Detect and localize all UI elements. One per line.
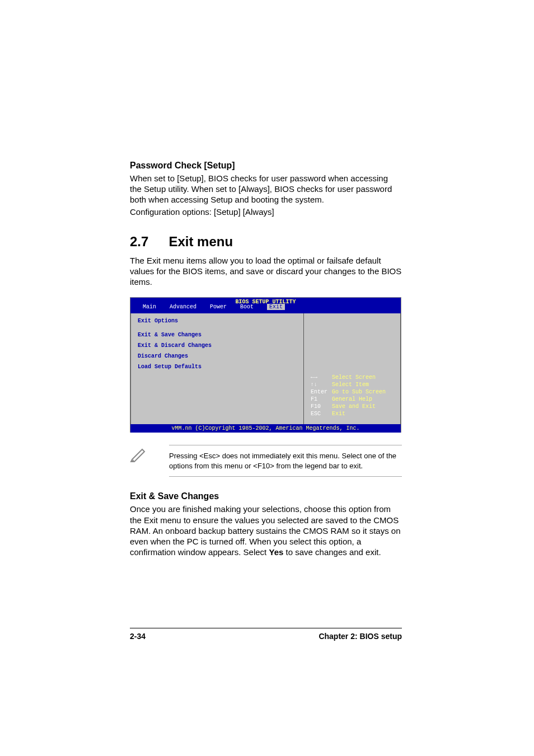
bios-tab-power: Power [210, 304, 227, 310]
legend-key-f1: F1 [311, 396, 332, 403]
bios-tab-advanced: Advanced [170, 304, 196, 310]
bios-legend: ←→Select Screen ↑↓Select Item EnterGo to… [311, 374, 386, 417]
exit-save-yes: Yes [269, 547, 283, 557]
exit-menu-paragraph: The Exit menu items allow you to load th… [130, 255, 402, 288]
bios-item-defaults: Load Setup Defaults [138, 363, 297, 371]
bios-screenshot: BIOS SETUP UTILITY Main Advanced Power B… [130, 297, 401, 433]
legend-key-enter: Enter [311, 388, 332, 396]
exit-save-heading: Exit & Save Changes [130, 491, 402, 501]
bios-tab-exit: Exit [267, 304, 285, 310]
pencil-note-icon [130, 445, 150, 463]
bios-legend-panel: ←→Select Screen ↑↓Select Item EnterGo to… [304, 313, 401, 424]
legend-key-lr: ←→ [311, 374, 332, 381]
password-check-config: Configuration options: [Setup] [Always] [130, 206, 402, 217]
legend-label-sub: Go to Sub Screen [332, 389, 386, 395]
bios-header: BIOS SETUP UTILITY Main Advanced Power B… [130, 298, 401, 313]
legend-label-exit: Exit [332, 411, 345, 417]
exit-save-tail: to save changes and exit. [283, 547, 381, 557]
note-text: Pressing <Esc> does not immediately exit… [169, 445, 402, 477]
exit-save-paragraph: Once you are finished making your select… [130, 504, 402, 557]
legend-label-item: Select Item [332, 382, 369, 388]
page-footer: 2-34 Chapter 2: BIOS setup [130, 628, 402, 641]
bios-tab-boot: Boot [240, 304, 254, 310]
chapter-label: Chapter 2: BIOS setup [318, 632, 402, 641]
bios-item-save: Exit & Save Changes [138, 331, 297, 339]
legend-key-esc: ESC [311, 410, 332, 417]
bios-options-panel: Exit Options Exit & Save Changes Exit & … [130, 313, 304, 424]
page-number: 2-34 [130, 632, 146, 641]
bios-footer: vMM.nn (C)Copyright 1985-2002, American … [130, 424, 401, 433]
section-number: 2.7 [130, 234, 148, 249]
bios-item-discard-exit: Exit & Discard Changes [138, 341, 297, 350]
legend-key-f10: F10 [311, 403, 332, 410]
legend-label-help: General Help [332, 396, 372, 402]
section-title-text: Exit menu [168, 234, 233, 249]
password-check-heading: Password Check [Setup] [130, 161, 402, 171]
legend-key-ud: ↑↓ [311, 381, 332, 388]
legend-label-save: Save and Exit [332, 403, 376, 410]
legend-label-screen: Select Screen [332, 374, 376, 381]
bios-item-discard: Discard Changes [138, 352, 297, 360]
section-title-exit-menu: 2.7Exit menu [130, 234, 402, 250]
bios-options-heading: Exit Options [138, 317, 297, 325]
password-check-paragraph: When set to [Setup], BIOS checks for use… [130, 173, 402, 205]
note-box: Pressing <Esc> does not immediately exit… [130, 445, 402, 477]
bios-tab-main: Main [143, 304, 156, 310]
